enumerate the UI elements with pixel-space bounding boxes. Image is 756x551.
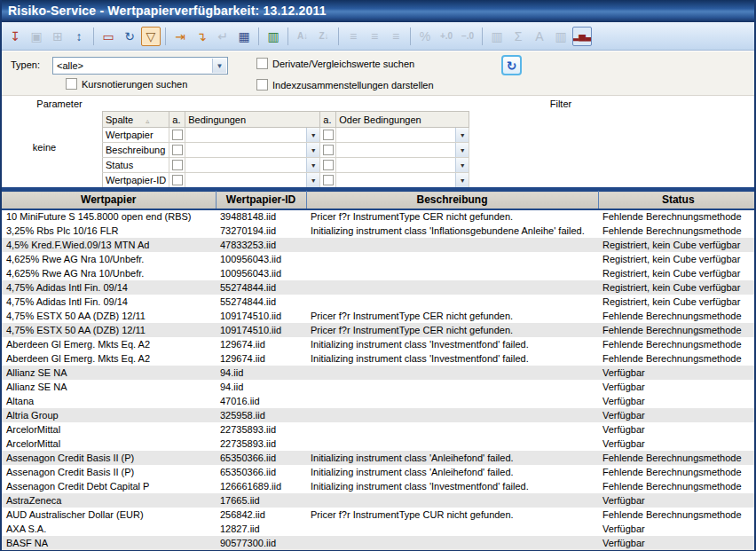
cell-beschreibung: Pricer f?r InstrumentType CER nicht gefu… <box>306 323 598 337</box>
column-header-wertpapier[interactable]: Wertpapier <box>2 192 216 209</box>
drill-in-icon[interactable]: ⇥ <box>170 27 190 46</box>
table-row[interactable]: Aberdeen Gl Emerg. Mkts Eq. A2129674.iid… <box>2 351 756 366</box>
table-row[interactable]: Assenagon Credit Debt Capital P126661689… <box>2 479 756 493</box>
cell-beschreibung: Initializing instrument class 'Anleihefo… <box>306 451 598 465</box>
column-header-status[interactable]: Status <box>598 192 756 209</box>
table-row[interactable]: Assenagon Credit Basis II (P)65350366.ii… <box>2 451 756 465</box>
chevron-down-icon[interactable]: ▼ <box>455 143 469 157</box>
table-row[interactable]: 4,625% Rwe AG Nra 10/Unbefr.100956043.ii… <box>2 252 756 266</box>
table-row[interactable]: Aberdeen Gl Emerg. Mkts Eq. A2129674.iid… <box>2 337 756 351</box>
kursnotierungen-checkbox[interactable] <box>66 78 77 90</box>
cell-wertpapier: AstraZeneca <box>2 493 216 508</box>
table-row[interactable]: Altana47016.iidVerfügbar <box>2 394 756 408</box>
toolbar-separator <box>258 28 259 45</box>
parameter-column-label: Beschreibung <box>103 143 169 158</box>
drill-down-icon[interactable]: ↴ <box>192 27 211 46</box>
table-row[interactable]: AXA S.A.12827.iidVerfügbar <box>2 522 756 536</box>
or-condition-dropdown[interactable]: ▼ <box>336 143 469 157</box>
chevron-down-icon[interactable]: ▼ <box>306 173 319 187</box>
toolbar-separator <box>410 28 411 45</box>
cell-beschreibung <box>306 366 598 380</box>
or-condition-checkbox[interactable] <box>323 130 334 140</box>
or-condition-checkbox[interactable] <box>323 145 334 155</box>
or-condition-checkbox[interactable] <box>323 175 334 185</box>
and-condition-checkbox[interactable] <box>172 160 183 170</box>
table-row[interactable]: 4,625% Rwe AG Nra 10/Unbefr.100956043.ii… <box>2 266 756 280</box>
refresh-view-icon[interactable]: ↻ <box>120 27 139 46</box>
table-row[interactable]: 4,5% Kred.F.Wied.09/13 MTN Ad47833253.ii… <box>2 238 756 252</box>
parameter-grid-header[interactable]: Spalte▵ <box>103 112 169 128</box>
table-row[interactable]: 3,25% Rbs Plc 10/16 FLR73270194.iidIniti… <box>2 224 756 238</box>
table-row[interactable]: 10 MiniFuture S 145.8000 open end (RBS)3… <box>2 209 756 224</box>
derivate-checkbox[interactable] <box>256 58 268 69</box>
typen-dropdown[interactable]: <alle> ▼ <box>52 57 228 75</box>
parameter-grid-header[interactable]: a. <box>169 112 185 128</box>
and-condition-checkbox[interactable] <box>172 130 183 140</box>
cell-wertpapier: 4,75% Adidas Intl Fin. 09/14 <box>2 280 216 295</box>
or-condition-checkbox[interactable] <box>323 160 334 170</box>
cell-wertpapier: Aberdeen Gl Emerg. Mkts Eq. A2 <box>2 351 216 366</box>
table-row[interactable]: ArcelorMittal22735893.iidVerfügbar <box>2 437 756 451</box>
cell-wertpapier-id: 126661689.iid <box>216 479 306 493</box>
condition-dropdown[interactable]: ▼ <box>185 128 319 142</box>
cell-status: Fehlende Berechnungsmethode <box>598 309 756 323</box>
chevron-down-icon[interactable]: ▼ <box>455 158 469 172</box>
table-row[interactable]: BASF NA90577300.iidVerfügbar <box>2 536 756 550</box>
column-filter-icon[interactable]: ▦ <box>234 27 254 46</box>
cell-wertpapier: 4,625% Rwe AG Nra 10/Unbefr. <box>2 266 216 280</box>
parameter-grid-header[interactable]: a. <box>320 112 336 128</box>
table-row[interactable]: ArcelorMittal22735893.iidVerfügbar <box>2 422 756 437</box>
export-icon[interactable]: ↧ <box>5 27 25 46</box>
table-row[interactable]: 4,75% ESTX 50 AA (DZB) 12/11109174510.ii… <box>2 309 756 323</box>
fit-window-icon[interactable]: ▭ <box>98 27 118 46</box>
condition-dropdown[interactable]: ▼ <box>185 143 319 157</box>
cell-wertpapier: 4,75% Adidas Intl Fin. 09/14 <box>2 295 216 309</box>
parameter-value: keine <box>18 142 71 153</box>
condition-dropdown[interactable]: ▼ <box>185 158 319 172</box>
cell-status: Verfügbar <box>598 536 756 550</box>
cell-wertpapier-id: 256842.iid <box>216 508 306 522</box>
cell-status: Fehlende Berechnungsmethode <box>598 451 756 465</box>
and-condition-checkbox[interactable] <box>172 145 183 155</box>
cell-wertpapier-id: 100956043.iid <box>216 252 306 266</box>
parameter-grid-header[interactable]: Bedingungen <box>185 112 320 128</box>
fit-height-icon[interactable]: ↕ <box>69 27 89 46</box>
cell-status: Verfügbar <box>598 522 756 536</box>
parameter-section-title: Parameter <box>20 98 99 109</box>
table-row[interactable]: 4,75% Adidas Intl Fin. 09/1455274844.iid… <box>2 280 756 295</box>
cell-wertpapier-id: 94.iid <box>216 380 306 394</box>
parameter-grid-header[interactable]: Oder Bedingungen <box>336 112 469 128</box>
table-row[interactable]: Allianz SE NA94.iidVerfügbar <box>2 366 756 380</box>
table-row[interactable]: Assenagon Credit Basis II (P)65350366.ii… <box>2 465 756 479</box>
cell-wertpapier: Assenagon Credit Basis II (P) <box>2 451 216 465</box>
table-row[interactable]: AstraZeneca17665.iidVerfügbar <box>2 493 756 508</box>
filter-icon[interactable]: ▽ <box>141 27 161 46</box>
chevron-down-icon[interactable]: ▼ <box>306 158 319 172</box>
refresh-button[interactable]: ↻ <box>501 55 522 75</box>
chevron-down-icon[interactable]: ▼ <box>212 59 226 73</box>
table-row[interactable]: Altria Group325958.iidVerfügbar <box>2 408 756 422</box>
cell-beschreibung <box>306 252 598 266</box>
chevron-down-icon[interactable]: ▼ <box>455 128 469 142</box>
condition-dropdown[interactable]: ▼ <box>185 173 319 187</box>
row-settings-icon: ▥ <box>551 27 571 46</box>
column-select-icon[interactable]: ▥ <box>264 27 283 46</box>
or-condition-dropdown[interactable]: ▼ <box>336 128 469 142</box>
column-header-wertpapier-id[interactable]: Wertpapier-ID <box>216 192 306 209</box>
table-row[interactable]: 4,75% Adidas Intl Fin. 09/1455274844.iid… <box>2 295 756 309</box>
cell-wertpapier: Altria Group <box>2 408 216 422</box>
chevron-down-icon[interactable]: ▼ <box>306 143 319 157</box>
chevron-down-icon[interactable]: ▼ <box>306 128 319 142</box>
table-row[interactable]: Allianz SE NA94.iidVerfügbar <box>2 380 756 394</box>
chevron-down-icon[interactable]: ▼ <box>455 173 469 187</box>
toolbar: ↧▣⊞↕▭↻▽⇥↴↵▦▥A↓Z↓≡≡≡%+.0−.0▥ΣA▥▂▅▃ <box>2 22 754 51</box>
chart-icon[interactable]: ▂▅▃ <box>572 27 592 46</box>
table-row[interactable]: 4,75% ESTX 50 AA (DZB) 12/11109174510.ii… <box>2 323 756 337</box>
index-checkbox[interactable] <box>256 79 268 91</box>
or-condition-dropdown[interactable]: ▼ <box>336 158 469 172</box>
or-condition-dropdown[interactable]: ▼ <box>336 173 469 187</box>
column-header-beschreibung[interactable]: Beschreibung <box>306 192 598 209</box>
and-condition-checkbox[interactable] <box>172 175 183 185</box>
toolbar-separator <box>93 28 94 45</box>
table-row[interactable]: AUD Australischer Dollar (EUR)256842.iid… <box>2 508 756 522</box>
